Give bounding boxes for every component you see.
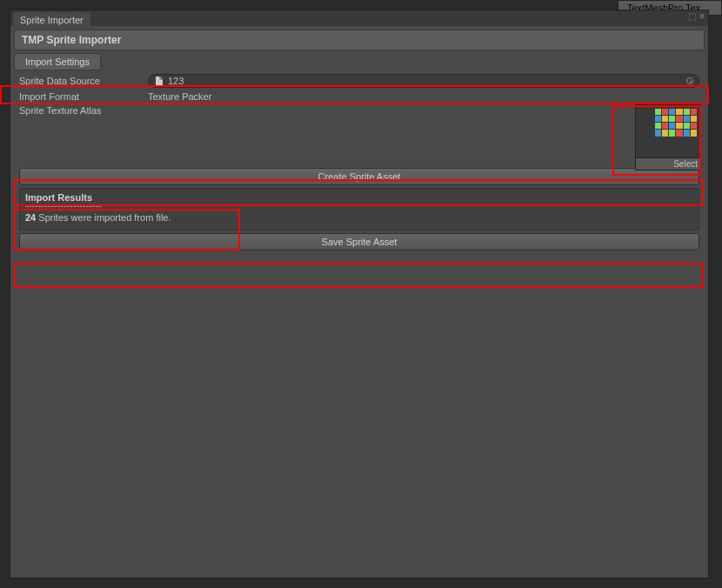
import-results-text: 24 Sprites were imported from file. — [25, 212, 693, 223]
import-results-message: Sprites were imported from file. — [38, 212, 170, 223]
save-sprite-asset-button[interactable]: Save Sprite Asset — [19, 233, 699, 251]
texture-preview-sprites — [655, 109, 697, 150]
texture-atlas-slot[interactable]: Select — [635, 104, 701, 170]
input-sprite-data-source[interactable]: 123 — [148, 74, 699, 88]
section-tabs: Import Settings — [14, 53, 705, 70]
field-sprite-texture-atlas: Sprite Texture Atlas — [14, 104, 705, 165]
window-tab-label: Sprite Importer — [20, 15, 84, 25]
divider: ------------------------ — [25, 203, 693, 209]
window-titlebar: Sprite Importer ⬚ ≡ — [10, 10, 708, 26]
sprite-importer-window: Sprite Importer ⬚ ≡ TMP Sprite Importer … — [10, 10, 709, 578]
import-results-title: Import Results — [25, 192, 693, 203]
value-sprite-data-source: 123 — [168, 76, 184, 86]
import-results-count: 24 — [25, 212, 36, 223]
value-import-format[interactable]: Texture Packer — [148, 91, 699, 102]
file-icon — [154, 76, 164, 86]
panel-content: TMP Sprite Importer Import Settings Spri… — [10, 26, 708, 578]
object-picker-icon[interactable] — [686, 77, 693, 84]
label-sprite-texture-atlas: Sprite Texture Atlas — [19, 105, 148, 116]
import-results-box: Import Results ------------------------ … — [19, 188, 699, 231]
label-import-format: Import Format — [19, 91, 148, 102]
window-lock-icon[interactable]: ⬚ — [688, 12, 696, 21]
create-sprite-asset-button[interactable]: Create Sprite Asset — [19, 168, 699, 185]
tab-import-settings[interactable]: Import Settings — [14, 53, 101, 70]
panel-title: TMP Sprite Importer — [14, 30, 705, 50]
window-tab[interactable]: Sprite Importer — [13, 12, 90, 26]
field-sprite-data-source: Sprite Data Source 123 — [14, 73, 705, 89]
texture-select-button[interactable]: Select — [636, 157, 700, 170]
field-import-format: Import Format Texture Packer — [14, 89, 705, 104]
window-menu-icon[interactable]: ≡ — [699, 12, 705, 21]
label-sprite-data-source: Sprite Data Source — [19, 76, 148, 86]
